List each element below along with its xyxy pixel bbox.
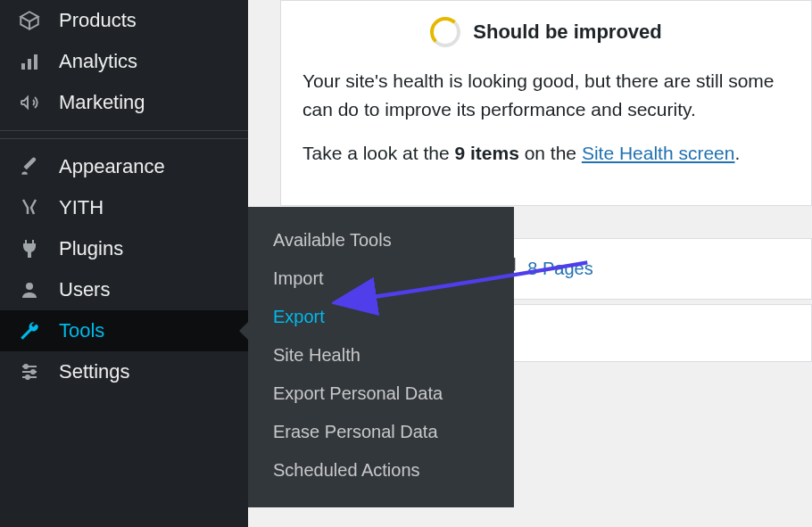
sidebar-item-products[interactable]: Products bbox=[0, 0, 248, 41]
sidebar-item-label: YITH bbox=[59, 196, 104, 219]
brush-icon bbox=[16, 155, 43, 178]
sidebar-item-label: Tools bbox=[59, 319, 104, 342]
pages-count-link[interactable]: 8 Pages bbox=[527, 259, 592, 279]
sidebar-item-label: Settings bbox=[59, 360, 130, 383]
sidebar-item-label: Appearance bbox=[59, 155, 165, 178]
sidebar-item-tools[interactable]: Tools bbox=[0, 310, 248, 351]
tools-submenu: Available Tools Import Export Site Healt… bbox=[248, 207, 514, 507]
wrench-icon bbox=[16, 319, 43, 342]
submenu-scheduled-actions[interactable]: Scheduled Actions bbox=[248, 451, 514, 490]
submenu-export-personal-data[interactable]: Export Personal Data bbox=[248, 375, 514, 413]
progress-circle-icon bbox=[430, 17, 460, 47]
svg-rect-2 bbox=[34, 54, 37, 70]
svg-point-8 bbox=[31, 370, 35, 374]
megaphone-icon bbox=[16, 92, 43, 113]
submenu-available-tools[interactable]: Available Tools bbox=[248, 221, 514, 259]
sidebar-item-label: Analytics bbox=[59, 50, 137, 73]
sidebar-item-plugins[interactable]: Plugins bbox=[0, 228, 248, 269]
sidebar-item-label: Users bbox=[59, 278, 110, 301]
admin-sidebar: Products Analytics Marketing Appearance … bbox=[0, 0, 248, 527]
svg-rect-1 bbox=[28, 59, 31, 70]
health-description-1: Your site's health is looking good, but … bbox=[302, 67, 790, 123]
site-health-widget: Should be improved Your site's health is… bbox=[280, 0, 812, 206]
submenu-import[interactable]: Import bbox=[248, 259, 514, 298]
user-icon bbox=[16, 279, 43, 301]
health-status-header: Should be improved bbox=[302, 17, 790, 47]
sidebar-item-appearance[interactable]: Appearance bbox=[0, 146, 248, 187]
svg-rect-0 bbox=[21, 63, 25, 70]
site-health-link[interactable]: Site Health screen bbox=[582, 143, 735, 163]
sidebar-item-label: Products bbox=[59, 9, 137, 32]
sidebar-item-label: Marketing bbox=[59, 91, 145, 114]
menu-separator bbox=[0, 130, 248, 139]
sliders-icon bbox=[16, 361, 43, 383]
submenu-export[interactable]: Export bbox=[248, 298, 514, 336]
sidebar-item-yith[interactable]: YITH bbox=[0, 187, 248, 228]
health-description-2: Take a look at the 9 items on the Site H… bbox=[302, 139, 790, 168]
submenu-site-health[interactable]: Site Health bbox=[248, 336, 514, 375]
svg-point-7 bbox=[24, 365, 28, 368]
items-count: 9 items bbox=[454, 143, 518, 163]
svg-point-3 bbox=[26, 283, 33, 290]
health-status-label: Should be improved bbox=[473, 21, 661, 44]
box-icon bbox=[16, 9, 43, 32]
bar-chart-icon bbox=[16, 51, 43, 72]
sidebar-item-analytics[interactable]: Analytics bbox=[0, 41, 248, 82]
sidebar-item-settings[interactable]: Settings bbox=[0, 351, 248, 392]
yith-icon bbox=[16, 197, 43, 218]
sidebar-item-users[interactable]: Users bbox=[0, 269, 248, 310]
sidebar-item-marketing[interactable]: Marketing bbox=[0, 82, 248, 123]
sidebar-item-label: Plugins bbox=[59, 237, 123, 260]
submenu-erase-personal-data[interactable]: Erase Personal Data bbox=[248, 413, 514, 451]
plug-icon bbox=[16, 238, 43, 259]
svg-point-9 bbox=[26, 375, 29, 379]
